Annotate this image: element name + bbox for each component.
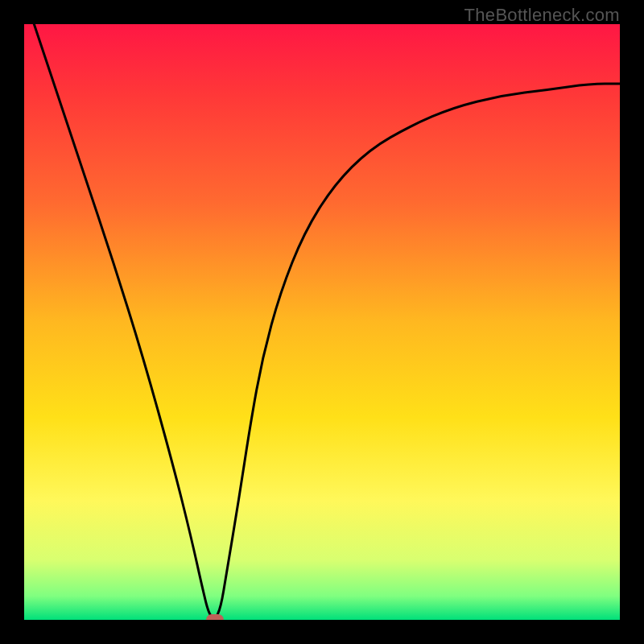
chart-frame: TheBottleneck.com [0,0,644,644]
plot-area [24,24,620,620]
minimum-marker [206,614,224,620]
bottleneck-curve [24,24,620,620]
watermark-text: TheBottleneck.com [464,5,620,26]
